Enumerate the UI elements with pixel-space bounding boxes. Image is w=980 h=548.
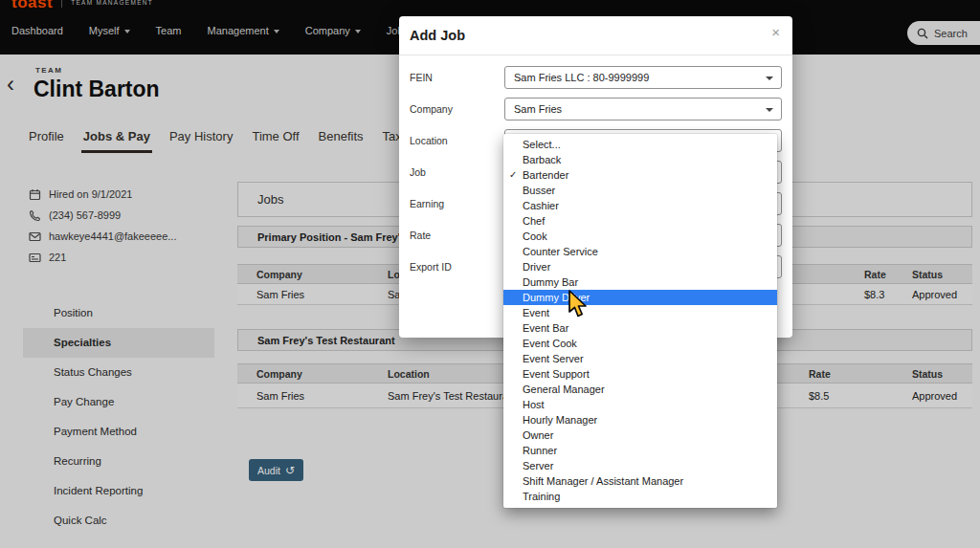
option-label: Training (523, 491, 560, 502)
dropdown-option-runner[interactable]: Runner (503, 443, 777, 458)
option-label: Cashier (523, 200, 559, 211)
dropdown-option-event-bar[interactable]: Event Bar (503, 320, 777, 336)
select-value: Sam Fries LLC : 80-9999999 (514, 67, 649, 88)
dropdown-option-cashier[interactable]: Cashier (503, 198, 777, 213)
dropdown-option-server[interactable]: Server (503, 458, 777, 473)
dropdown-option-event-support[interactable]: Event Support (503, 366, 777, 382)
dropdown-option-select[interactable]: Select... (503, 137, 777, 152)
field-label: Location (410, 129, 448, 152)
field-label: Export ID (410, 255, 452, 278)
dropdown-option-general-manager[interactable]: General Manager (503, 382, 777, 397)
option-label: Hourly Manager (523, 414, 597, 426)
fein-select[interactable]: Sam Fries LLC : 80-9999999 (504, 66, 782, 89)
job-dropdown-list: Select... Barback ✓Bartender Busser Cash… (503, 134, 777, 508)
option-label: General Manager (523, 384, 605, 395)
field-label: Earning (410, 192, 444, 215)
close-icon[interactable]: × (771, 24, 780, 40)
mouse-cursor-icon (568, 290, 589, 318)
company-select[interactable]: Sam Fries (504, 98, 782, 121)
option-label: Shift Manager / Assistant Manager (523, 475, 683, 487)
modal-title: Add Job (410, 28, 465, 43)
option-label: Chef (523, 215, 545, 227)
dropdown-option-owner[interactable]: Owner (503, 427, 777, 443)
field-row-fein: FEIN Sam Fries LLC : 80-9999999 (399, 66, 792, 89)
option-label: Select... (523, 139, 561, 150)
option-label: Runner (523, 445, 557, 456)
field-label: FEIN (410, 66, 433, 89)
dropdown-option-host[interactable]: Host (503, 397, 777, 412)
dropdown-option-event[interactable]: Event (503, 305, 777, 320)
dropdown-option-dummy-driver[interactable]: Dummy Driver (503, 290, 777, 305)
option-label: Driver (523, 261, 550, 273)
option-label: Event Bar (523, 322, 568, 334)
dropdown-option-event-server[interactable]: Event Server (503, 351, 777, 366)
dropdown-option-counter-service[interactable]: Counter Service (503, 244, 777, 259)
chevron-down-icon (766, 108, 773, 112)
chevron-down-icon (766, 77, 773, 80)
dropdown-option-dummy-bar[interactable]: Dummy Bar (503, 274, 777, 290)
option-label: Event Cook (523, 338, 577, 349)
option-label: Counter Service (523, 246, 598, 257)
screen: toast TEAM MANAGEMENT Dashboard Myself T… (0, 0, 980, 548)
option-label: Event Support (523, 368, 590, 380)
dropdown-option-cook[interactable]: Cook (503, 229, 777, 244)
dropdown-option-hourly-manager[interactable]: Hourly Manager (503, 412, 777, 427)
dropdown-option-training[interactable]: Training (503, 489, 777, 504)
dropdown-option-driver[interactable]: Driver (503, 259, 777, 274)
option-label: Owner (523, 429, 553, 441)
option-label: Busser (523, 185, 555, 196)
option-label: Cook (523, 230, 547, 242)
option-label: Server (523, 460, 553, 471)
field-label: Company (410, 98, 453, 121)
dropdown-option-event-cook[interactable]: Event Cook (503, 336, 777, 351)
option-label: Host (523, 399, 545, 410)
select-value: Sam Fries (514, 99, 562, 120)
check-icon: ✓ (509, 167, 517, 183)
option-label: Bartender (523, 169, 568, 181)
option-label: Event Server (523, 353, 584, 364)
modal-divider (399, 55, 792, 55)
dropdown-option-bartender[interactable]: ✓Bartender (503, 167, 777, 183)
field-label: Rate (410, 224, 431, 247)
dropdown-option-barback[interactable]: Barback (503, 152, 777, 167)
dropdown-option-busser[interactable]: Busser (503, 183, 777, 198)
option-label: Dummy Bar (523, 276, 578, 288)
option-label: Event (523, 307, 549, 318)
field-row-company: Company Sam Fries (399, 98, 792, 121)
dropdown-option-chef[interactable]: Chef (503, 213, 777, 229)
field-label: Job (410, 161, 426, 184)
dropdown-option-shift-manager[interactable]: Shift Manager / Assistant Manager (503, 473, 777, 489)
option-label: Barback (523, 154, 561, 165)
